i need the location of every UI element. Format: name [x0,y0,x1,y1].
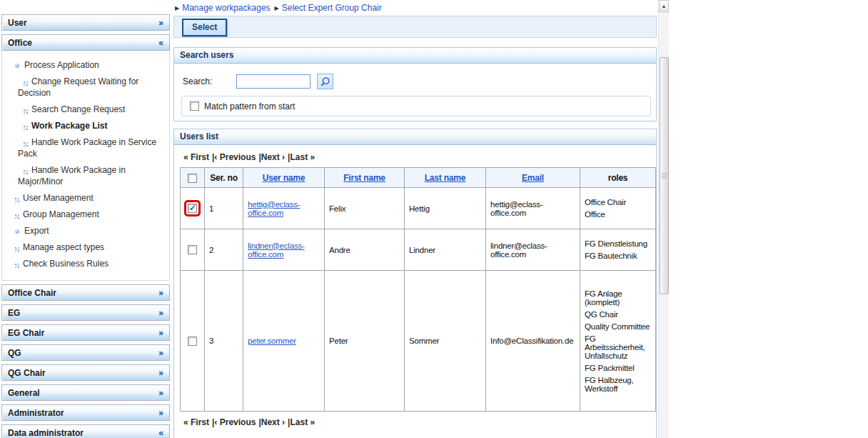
sidebar-item-handle-work-package-in-service-pack[interactable]: Handle Work Package in Service Pack [2,136,166,159]
roles-cell: Office ChairOffice [580,188,656,229]
sidebar-section-header-eg[interactable]: EG» [1,304,170,321]
role-entry: FG Halbzeug, Werkstoff [585,376,651,393]
sort-link-email[interactable]: Email [522,173,544,183]
search-input[interactable] [236,74,311,89]
pagination-last[interactable]: |Last » [288,152,315,162]
role-entry: FG Packmittel [585,364,651,372]
sort-link-firstname[interactable]: First name [343,173,385,183]
users-list-panel: Users list « First|‹ Previous|Next ›|Las… [173,129,657,438]
email-cell: hettig@eclass-office.com [486,188,580,229]
username-cell: peter.sommer [243,271,325,412]
toolbar: Select [173,16,657,38]
username-cell: hettig@eclass-office.com [243,188,325,229]
users-panel-title: Users list [174,129,656,145]
roles-cell: FG Anlage (komplett)QG ChairQuality Comm… [580,271,656,412]
breadcrumb-link-select-expert-group-chair: Select Expert Group Chair [282,3,382,13]
select-all-checkbox[interactable] [188,174,197,183]
sidebar-section-header-general[interactable]: General» [1,384,170,401]
expand-icon: » [158,328,163,338]
grid-icon [24,126,25,127]
breadcrumb-link-manage-workpackages[interactable]: Manage workpackages [182,3,270,13]
sidebar-section-header-eg-chair[interactable]: EG Chair» [1,324,170,341]
firstname-cell: Felix [325,188,405,229]
sidebar-item-manage-aspect-types[interactable]: Manage aspect types [2,242,166,253]
sidebar-section-general: General» [1,384,170,401]
sidebar-section-label: Administrator [8,408,64,418]
role-entry: Office [585,210,651,219]
pagination-first[interactable]: « First [183,152,209,162]
sidebar-section-data-administrator: Data administrator«Search Change Request [1,424,170,438]
username-link[interactable]: lindner@eclass-office.com [248,242,305,259]
sidebar-section-eg-chair: EG Chair» [1,324,170,341]
pagination-next[interactable]: |Next › [258,152,285,162]
sidebar-section-header-office-chair[interactable]: Office Chair» [1,284,170,301]
sidebar-item-handle-work-package-in-major-minor[interactable]: Handle Work Package in Major/Minor [2,164,166,187]
select-button[interactable]: Select [182,19,227,36]
username-link[interactable]: hettig@eclass-office.com [248,200,300,217]
column-header-email: Email [486,168,580,188]
application-window: User»Office«Process ApplicationChange Re… [0,0,868,438]
sidebar-section-header-qg[interactable]: QG» [1,344,170,361]
sidebar-item-process-application[interactable]: Process Application [2,59,166,71]
table-row: 2lindner@eclass-office.comAndreLindnerli… [181,229,656,271]
role-entry: FG Anlage (komplett) [585,289,651,307]
roles-cell: FG DienstleistungFG Bautechnik [580,229,656,271]
expand-icon: » [158,368,163,378]
search-button[interactable] [317,74,333,89]
sidebar-section-office-chair: Office Chair» [1,284,170,301]
sidebar-item-work-package-list[interactable]: Work Package List [2,120,166,131]
sidebar-section-header-office[interactable]: Office« [1,34,170,51]
pagination-first[interactable]: « First [183,417,209,427]
sort-link-username[interactable]: User name [263,173,306,183]
lastname-cell: Lindner [405,229,486,271]
firstname-cell: Andre [325,229,405,271]
column-header-username: User name [243,168,325,188]
sidebar-section-header-user[interactable]: User» [1,14,170,31]
pagination-next[interactable]: |Next › [258,417,285,427]
sidebar-section-qg: QG» [1,344,170,361]
sidebar-item-export[interactable]: Export [2,225,166,237]
pagination-previous[interactable]: |‹ Previous [212,152,256,162]
sidebar-item-check-business-rules[interactable]: Check Business Rules [2,258,166,269]
bullet-icon [15,229,19,234]
column-header-firstname: First name [325,168,405,188]
scrollbar-grip-icon [662,176,667,176]
collapse-icon: « [158,38,163,48]
sidebar-section-header-qg-chair[interactable]: QG Chair» [1,364,170,381]
sidebar-section-header-administrator[interactable]: Administrator» [1,404,170,421]
scrollbar-thumb[interactable] [660,57,669,294]
user-checkbox[interactable] [188,204,197,213]
vertical-scrollbar[interactable]: ▲ [658,0,669,438]
expand-icon: » [158,288,163,298]
sidebar-item-search-change-request[interactable]: Search Change Request [2,104,166,115]
sidebar-section-label: QG [8,348,21,358]
user-checkbox[interactable] [188,245,197,254]
pagination-last[interactable]: |Last » [288,417,315,427]
pagination-previous[interactable]: |‹ Previous [212,417,256,427]
row-select-cell [181,188,205,229]
match-pattern-checkbox[interactable] [190,101,199,111]
user-checkbox[interactable] [188,337,197,346]
username-link[interactable]: peter.sommer [248,337,296,345]
sidebar-section-header-data-administrator[interactable]: Data administrator« [1,424,170,438]
email-cell: lindner@eclass-office.com [486,229,580,271]
sidebar-item-change-request-waiting-for-decision[interactable]: Change Request Waiting for Decision [2,76,166,99]
lastname-cell: Sommer [405,271,486,412]
scrollbar-up-button[interactable]: ▲ [659,0,669,12]
grid-icon [24,142,25,144]
grid-icon [24,81,25,83]
search-row: Search: [183,74,656,89]
bullet-icon [15,64,19,68]
search-panel-title: Search users [174,48,656,64]
breadcrumb: ▶Manage workpackages▶Select Expert Group… [173,0,657,16]
sidebar-section-user: User» [1,14,170,31]
sidebar-item-group-management[interactable]: Group Management [2,209,166,220]
sidebar-section-label: Office Chair [8,288,56,298]
firstname-cell: Peter [325,271,405,412]
role-entry: FG Bautechnik [585,252,651,260]
role-entry: Quality Committee [585,322,651,331]
table-row: 1hettig@eclass-office.comFelixHettighett… [181,188,656,229]
grid-icon [15,247,16,249]
sidebar-item-user-management[interactable]: User Management [2,192,166,204]
sort-link-lastname[interactable]: Last name [425,173,466,183]
